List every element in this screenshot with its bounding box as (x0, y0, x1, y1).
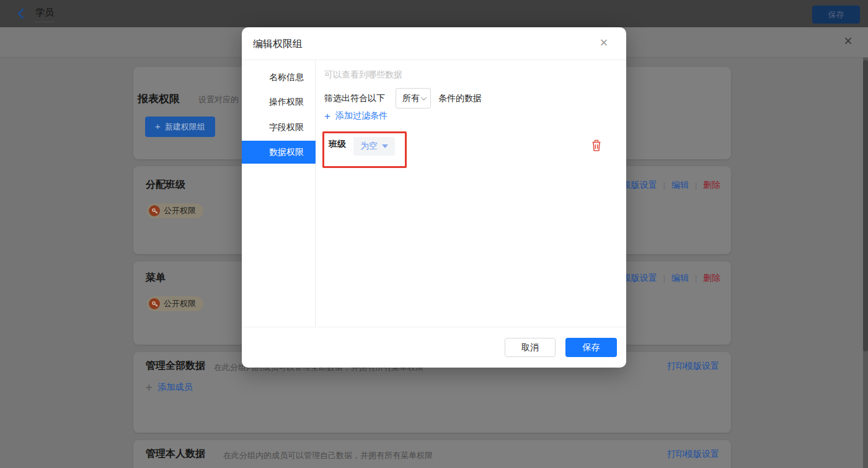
template-settings-link[interactable]: 模版设置 (622, 273, 657, 284)
edit-link[interactable]: 编辑 (671, 180, 689, 191)
condition-field-label: 班级 (329, 139, 346, 150)
own-data-desc: 在此分组内的成员可以管理自己数据，并拥有所有菜单权限 (223, 450, 433, 461)
filter-suffix-label: 条件的数据 (438, 93, 482, 104)
sidebar-item-name-info[interactable]: 名称信息 (242, 66, 316, 89)
key-icon (149, 205, 160, 216)
screen: 学员 保存 × 报表权限 设置对应的「 +新建权限组 分配班级 模版设置 | 编… (0, 0, 868, 468)
own-data-card: 管理本人数据 在此分组内的成员可以管理自己数据，并拥有所有菜单权限 打印模版设置 (133, 440, 731, 468)
sidebar-item-operation-permission[interactable]: 操作权限 (242, 91, 316, 113)
sidebar-item-field-permission[interactable]: 字段权限 (242, 116, 316, 139)
public-permission-badge[interactable]: 公开权限 (147, 296, 203, 311)
badge-label: 公开权限 (164, 298, 196, 309)
link-divider: | (695, 274, 697, 283)
print-template-link[interactable]: 打印模版设置 (667, 449, 719, 460)
scrollbar-thumb[interactable] (863, 60, 868, 351)
chevron-down-icon (421, 94, 427, 100)
link-divider: | (695, 181, 697, 190)
own-data-title: 管理本人数据 (146, 448, 205, 461)
top-bar: 学员 保存 (0, 0, 868, 27)
add-member-label: 添加成员 (158, 382, 193, 393)
filter-prefix-label: 筛选出符合以下 (324, 93, 385, 104)
topbar-save-button[interactable]: 保存 (812, 6, 860, 24)
assign-class-title: 分配班级 (146, 179, 185, 192)
modal-sidebar: 名称信息 操作权限 字段权限 数据权限 (242, 60, 316, 327)
edit-link[interactable]: 编辑 (671, 273, 689, 284)
add-filter-condition-button[interactable]: + 添加过滤条件 (324, 110, 388, 121)
plus-icon: + (155, 121, 161, 131)
plus-icon: + (146, 382, 153, 393)
link-divider: | (663, 181, 665, 190)
back-chevron-icon[interactable] (15, 7, 27, 20)
page-close-icon[interactable]: × (839, 32, 857, 50)
add-member-button[interactable]: + 添加成员 (146, 382, 193, 393)
delete-link[interactable]: 删除 (703, 180, 720, 191)
filter-line: 筛选出符合以下 所有 条件的数据 (324, 88, 482, 108)
badge-label: 公开权限 (164, 205, 196, 216)
modal-close-icon[interactable]: × (595, 34, 613, 51)
key-icon (149, 298, 160, 309)
modal-title: 编辑权限组 (253, 38, 303, 51)
report-permission-title: 报表权限 (138, 92, 180, 106)
filter-mode-value: 所有 (402, 93, 420, 104)
all-data-title: 管理全部数据 (146, 360, 205, 373)
filter-mode-select[interactable]: 所有 (396, 88, 431, 108)
add-filter-label: 添加过滤条件 (335, 110, 388, 121)
report-permission-desc: 设置对应的「 (198, 94, 247, 105)
edit-permission-group-modal: 编辑权限组 × 名称信息 操作权限 字段权限 数据权限 可以查看到哪些数据 筛选… (242, 27, 626, 368)
data-scope-hint: 可以查看到哪些数据 (324, 69, 402, 81)
delete-link[interactable]: 删除 (703, 273, 720, 284)
delete-condition-trash-icon[interactable] (590, 138, 604, 153)
menu-title: 菜单 (146, 272, 166, 285)
public-permission-badge[interactable]: 公开权限 (147, 203, 203, 218)
page-title: 学员 (35, 7, 54, 22)
modal-header: 编辑权限组 × (242, 27, 626, 60)
condition-operator-dropdown[interactable]: 为空 (353, 137, 395, 156)
print-template-link[interactable]: 打印模版设置 (667, 361, 719, 372)
modal-footer: 取消 保存 (242, 327, 626, 368)
cancel-button[interactable]: 取消 (505, 338, 556, 357)
link-divider: | (663, 274, 665, 283)
modal-content: 可以查看到哪些数据 筛选出符合以下 所有 条件的数据 + 添加过滤条件 班级 为… (316, 60, 626, 327)
plus-icon: + (324, 111, 330, 121)
scrollbar-track[interactable] (863, 58, 868, 468)
caret-down-icon (382, 144, 388, 148)
new-permission-group-button[interactable]: +新建权限组 (145, 117, 215, 137)
condition-operator-value: 为空 (360, 141, 378, 152)
sidebar-item-data-permission[interactable]: 数据权限 (242, 141, 316, 164)
save-button[interactable]: 保存 (565, 338, 617, 357)
template-settings-link[interactable]: 模版设置 (622, 180, 657, 191)
